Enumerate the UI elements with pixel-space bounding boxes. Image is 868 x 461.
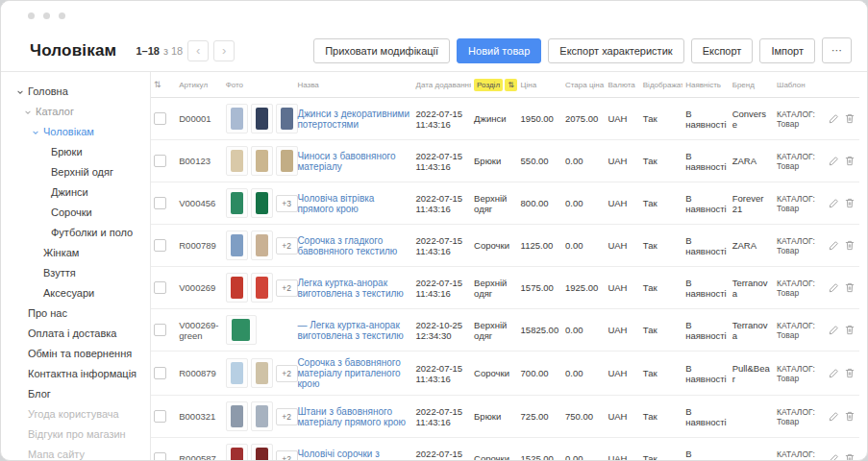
product-name-link[interactable]: Сорочка з гладкого бавовняного текстилю [297, 235, 397, 256]
sidebar-item[interactable]: Відгуки про магазин [1, 425, 150, 445]
product-name-link[interactable]: Чиноси з бавовняного матеріалу [297, 151, 395, 172]
delete-button[interactable] [844, 324, 856, 336]
window-control-dot-1[interactable] [28, 12, 35, 19]
delete-button[interactable] [844, 155, 856, 167]
delete-button[interactable] [844, 112, 856, 125]
sidebar-item[interactable]: Сорочки [1, 203, 150, 223]
row-checkbox[interactable] [154, 281, 166, 294]
product-name-link[interactable]: Чоловічі сорочки з легкого текстилю [297, 449, 379, 461]
delete-button[interactable] [844, 410, 856, 423]
product-photo[interactable] [226, 104, 248, 133]
sort-toggle-icon[interactable]: ⇅ [505, 79, 517, 91]
row-checkbox[interactable] [154, 410, 166, 423]
column-header-9[interactable]: Наявність [682, 72, 729, 98]
column-header-5[interactable]: Ціна [518, 72, 562, 98]
delete-button[interactable] [844, 367, 856, 379]
more-photos-badge[interactable]: +2 [276, 450, 298, 461]
product-photo[interactable] [226, 146, 248, 176]
product-photo[interactable] [226, 444, 248, 460]
column-header-2[interactable]: Назва [294, 72, 412, 98]
more-photos-badge[interactable]: +2 [276, 279, 298, 297]
product-photo[interactable] [226, 315, 257, 345]
product-photo[interactable] [251, 444, 273, 460]
edit-button[interactable] [828, 198, 839, 209]
hide-modifications-button[interactable]: Приховати модифікації [313, 38, 450, 63]
sidebar-item[interactable]: Обмін та повернення [1, 344, 150, 364]
row-checkbox[interactable] [154, 324, 166, 336]
product-photo[interactable] [251, 230, 273, 260]
sidebar-item[interactable]: Брюки [1, 142, 150, 162]
column-header-1[interactable]: Фото [223, 72, 295, 98]
sidebar-item[interactable]: Оплата і доставка [1, 324, 150, 344]
product-name-link[interactable]: — Легка куртка-анорак виготовлена з текс… [297, 320, 403, 341]
edit-button[interactable] [828, 113, 839, 125]
pagination-next-button[interactable]: › [213, 40, 235, 61]
delete-button[interactable] [844, 281, 856, 294]
export-button[interactable]: Експорт [691, 38, 754, 63]
sidebar-item[interactable]: Угода користувача [1, 404, 150, 425]
column-header-10[interactable]: Бренд [730, 72, 774, 98]
sidebar-item[interactable]: Головна [1, 82, 150, 102]
sidebar-item[interactable]: Мапа сайту [1, 445, 150, 460]
sidebar-item[interactable]: Аксесуари [1, 283, 150, 303]
import-button[interactable]: Імпорт [759, 38, 815, 63]
product-photo[interactable] [226, 358, 248, 388]
column-header-6[interactable]: Стара ціна [562, 72, 605, 98]
column-header-8[interactable]: Відображати [640, 72, 682, 98]
product-photo[interactable] [251, 188, 273, 218]
product-name-link[interactable]: Чоловіча вітрівка прямого крою [297, 193, 374, 214]
edit-button[interactable] [828, 325, 839, 336]
window-control-dot-2[interactable] [43, 12, 50, 19]
rows-sort-control[interactable]: ⇅ [151, 72, 176, 98]
product-name-link[interactable]: Джинси з декоративними потертостями [297, 109, 409, 130]
delete-button[interactable] [844, 239, 856, 252]
column-header-11[interactable]: Шаблон [774, 72, 824, 98]
sidebar-item[interactable]: Каталог [1, 102, 150, 122]
sidebar-item[interactable]: Про нас [1, 303, 150, 324]
product-photo[interactable] [276, 104, 298, 133]
product-photo[interactable] [251, 358, 273, 388]
edit-button[interactable] [828, 411, 839, 423]
product-photo[interactable] [251, 401, 273, 431]
more-actions-button[interactable]: ⋯ [822, 37, 852, 63]
sidebar-item[interactable]: Верхній одяг [1, 162, 150, 182]
sidebar-item[interactable]: Жінкам [1, 243, 150, 263]
row-checkbox[interactable] [154, 239, 166, 252]
row-checkbox[interactable] [154, 155, 166, 167]
product-name-link[interactable]: Сорочка з бавовняного матеріалу притален… [297, 357, 400, 389]
row-checkbox[interactable] [154, 197, 166, 209]
product-photo[interactable] [226, 188, 248, 218]
sidebar-item[interactable]: Блог [1, 384, 150, 404]
product-photo[interactable] [226, 401, 248, 431]
more-photos-badge[interactable]: +3 [276, 195, 298, 212]
edit-button[interactable] [828, 282, 839, 294]
sidebar-item[interactable]: Джинси [1, 182, 150, 203]
edit-button[interactable] [828, 156, 839, 167]
product-photo[interactable] [226, 273, 248, 303]
sidebar-item[interactable]: Контактна інформація [1, 364, 150, 384]
product-photo[interactable] [251, 273, 273, 303]
more-photos-badge[interactable]: +2 [276, 365, 298, 382]
column-header-0[interactable]: Артикул [176, 72, 222, 98]
product-photo[interactable] [276, 146, 298, 176]
more-photos-badge[interactable]: +2 [276, 237, 298, 255]
delete-button[interactable] [844, 197, 856, 209]
sidebar-item[interactable]: Чоловікам [1, 122, 150, 142]
window-control-dot-3[interactable] [59, 12, 65, 19]
new-product-button[interactable]: Новий товар [457, 38, 541, 63]
column-header-4[interactable]: Розділ ⇅ [471, 72, 517, 98]
edit-button[interactable] [828, 240, 839, 252]
row-checkbox[interactable] [154, 112, 166, 125]
column-header-3[interactable]: Дата додавання [413, 72, 472, 98]
product-photo[interactable] [251, 146, 273, 176]
sidebar-item[interactable]: Футболки и поло [1, 223, 150, 243]
edit-button[interactable] [828, 453, 839, 461]
row-checkbox[interactable] [154, 452, 166, 460]
more-photos-badge[interactable]: +2 [276, 408, 298, 425]
delete-button[interactable] [844, 452, 856, 460]
pagination-prev-button[interactable]: ‹ [187, 40, 209, 61]
product-photo[interactable] [226, 230, 248, 260]
row-checkbox[interactable] [154, 367, 166, 379]
product-photo[interactable] [251, 104, 273, 133]
export-characteristics-button[interactable]: Експорт характеристик [548, 38, 683, 63]
